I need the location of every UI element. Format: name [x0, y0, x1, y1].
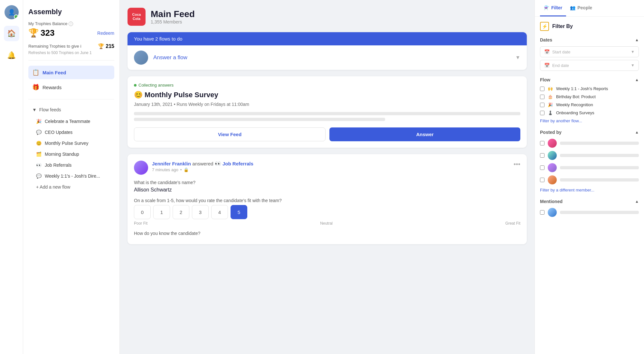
user-avatar[interactable]: 👤 — [5, 5, 19, 19]
chevron-down-icon: ▼ — [32, 107, 37, 112]
celebrate-label: Celebrate a Teammate — [45, 119, 90, 124]
rating-4[interactable]: 4 — [211, 205, 228, 219]
post-answer-1: Allison Schwartz — [134, 187, 520, 193]
posted-by-person-1[interactable] — [540, 139, 639, 148]
collecting-badge: Collecting answers — [134, 83, 520, 88]
answer-user-avatar — [134, 51, 148, 65]
answer-button[interactable]: Answer — [329, 127, 520, 141]
posted-checkbox-1[interactable] — [540, 141, 545, 145]
post-header: Jennifer Franklin answered 👀 Job Referra… — [134, 161, 520, 175]
posted-by-person-3[interactable] — [540, 163, 639, 172]
flow-onboarding-icon: ♟️ — [548, 110, 553, 115]
person-avatar-4 — [548, 175, 557, 184]
filter-another-flow-link[interactable]: Filter by another flow... — [540, 118, 639, 123]
flow-birthday-icon: 🎂 — [548, 94, 553, 99]
end-date-input[interactable]: 📅 End date ▼ — [540, 60, 639, 71]
mentioned-checkbox-1[interactable] — [540, 210, 545, 215]
right-panel: ⚗️ Filter 👥 People ⚡ Filter By Dates ▲ 📅… — [535, 0, 644, 354]
posted-by-person-2[interactable] — [540, 151, 639, 160]
sidebar-item-weekly[interactable]: 💬 Weekly 1:1's - Josh's Dire... — [28, 171, 114, 181]
view-feed-button[interactable]: View Feed — [134, 127, 326, 141]
post-flow-name[interactable]: Job Referrals — [223, 161, 253, 166]
remaining-amount: 🏆 215 — [98, 43, 114, 49]
calendar-icon-end: 📅 — [544, 63, 550, 68]
redeem-link[interactable]: Redeem — [97, 31, 114, 36]
flow-feeds-header[interactable]: ▼ Flow feeds — [28, 105, 114, 115]
mentioned-skeleton-1 — [560, 211, 639, 214]
trophy-amount: 🏆 323 — [28, 28, 54, 38]
celebrate-icon: 🎉 — [36, 119, 42, 124]
start-date-input[interactable]: 📅 Start date ▼ — [540, 46, 639, 57]
flow-checkbox-recognition[interactable] — [540, 103, 545, 107]
feed-header: CocaCola Main Feed 1,355 Members — [128, 8, 527, 26]
flow-item-onboarding[interactable]: ♟️ Onboarding Surveys — [540, 110, 639, 115]
sidebar-item-referrals[interactable]: 👀 Job Referrals — [28, 160, 114, 170]
flow-weekly11-icon: 🙌 — [548, 86, 553, 91]
info-icon[interactable]: i — [69, 22, 73, 26]
tab-filter[interactable]: ⚗️ Filter — [540, 0, 566, 16]
flow-header[interactable]: Flow ▲ — [540, 77, 639, 82]
weekly-label: Weekly 1:1's - Josh's Dire... — [45, 173, 100, 179]
posted-by-section: Posted by ▲ Fil — [540, 130, 639, 192]
rewards-icon: 🎁 — [32, 84, 39, 91]
rating-0[interactable]: 0 — [134, 205, 151, 219]
remaining-info-icon[interactable]: i — [80, 44, 81, 49]
flow-item-weekly11[interactable]: 🙌 Weekly 1:1 - Josh's Reports — [540, 86, 639, 91]
post-author-name[interactable]: Jennifer Franklin — [152, 161, 191, 166]
post-info: Jennifer Franklin answered 👀 Job Referra… — [152, 161, 253, 172]
rating-1[interactable]: 1 — [153, 205, 170, 219]
answer-flow-row[interactable]: Answer a flow ▼ — [128, 45, 527, 70]
posted-by-header[interactable]: Posted by ▲ — [540, 130, 639, 135]
flow-checkbox-birthday[interactable] — [540, 95, 545, 99]
mentioned-chevron-icon: ▲ — [635, 199, 639, 204]
sidebar-item-standup[interactable]: 🗂️ Morning Standup — [28, 149, 114, 159]
sidebar-item-main-feed[interactable]: 📋 Main Feed — [28, 66, 114, 79]
flow-item-recognition[interactable]: 🎉 Weekly Recognition — [540, 102, 639, 107]
rating-2[interactable]: 2 — [173, 205, 189, 219]
standup-icon: 🗂️ — [36, 152, 42, 157]
flow-weekly11-label: Weekly 1:1 - Josh's Reports — [556, 86, 608, 91]
calendar-icon-start: 📅 — [544, 49, 550, 54]
mentioned-person-1[interactable] — [540, 208, 639, 217]
filter-by-icon: ⚡ — [540, 22, 549, 31]
post-author-avatar — [134, 161, 148, 175]
ceo-icon: 💬 — [36, 130, 42, 135]
feed-title-group: Main Feed 1,355 Members — [151, 9, 195, 24]
rating-poor-label: Poor Fit — [134, 221, 147, 226]
sidebar-item-pulse[interactable]: 😊 Monthly Pulse Survey — [28, 138, 114, 148]
post-action: answered — [192, 161, 214, 166]
posted-checkbox-4[interactable] — [540, 178, 545, 182]
person-skeleton-2 — [560, 154, 639, 157]
tab-people[interactable]: 👥 People — [566, 0, 596, 16]
home-button[interactable]: 🏠 — [4, 26, 19, 41]
flow-checkbox-onboarding[interactable] — [540, 111, 545, 115]
dates-section: Dates ▲ 📅 Start date ▼ 📅 End date ▼ — [540, 37, 639, 71]
refresh-text: Refreshes to 500 Trophies on June 1 — [28, 51, 114, 55]
posted-checkbox-2[interactable] — [540, 153, 545, 158]
post-question-2: On a scale from 1-5, how would you rate … — [134, 198, 520, 203]
skeleton-line-2 — [134, 118, 385, 121]
rating-5[interactable]: 5 — [231, 205, 247, 219]
pulse-icon: 😊 — [36, 141, 42, 146]
dates-header[interactable]: Dates ▲ — [540, 37, 639, 42]
sidebar-item-ceo[interactable]: 💬 CEO Updates — [28, 127, 114, 137]
flow-item-birthday[interactable]: 🎂 Birthday Bot: Product — [540, 94, 639, 99]
remaining-section: Remaining Trophies to give i 🏆 215 — [28, 43, 114, 49]
sidebar-item-celebrate[interactable]: 🎉 Celebrate a Teammate — [28, 116, 114, 126]
more-options-icon[interactable]: ••• — [514, 161, 520, 168]
person-skeleton-4 — [560, 178, 639, 182]
notification-button[interactable]: 🔔 — [4, 48, 19, 63]
filter-different-member-link[interactable]: Filter by a different member... — [540, 188, 639, 192]
filter-funnel-icon: ⚗️ — [544, 5, 549, 10]
skeleton-line-1 — [134, 112, 520, 115]
rating-3[interactable]: 3 — [192, 205, 209, 219]
dropdown-icon[interactable]: ▼ — [515, 55, 520, 61]
posted-by-person-4[interactable] — [540, 175, 639, 184]
post-header-left: Jennifer Franklin answered 👀 Job Referra… — [134, 161, 253, 175]
flow-checkbox-weekly11[interactable] — [540, 87, 545, 91]
mentioned-avatar-1 — [548, 208, 557, 217]
sidebar-item-rewards[interactable]: 🎁 Rewards — [28, 80, 114, 94]
mentioned-header[interactable]: Mentioned ▲ — [540, 199, 639, 204]
add-flow-item[interactable]: + Add a new flow — [28, 182, 114, 192]
posted-checkbox-3[interactable] — [540, 165, 545, 170]
